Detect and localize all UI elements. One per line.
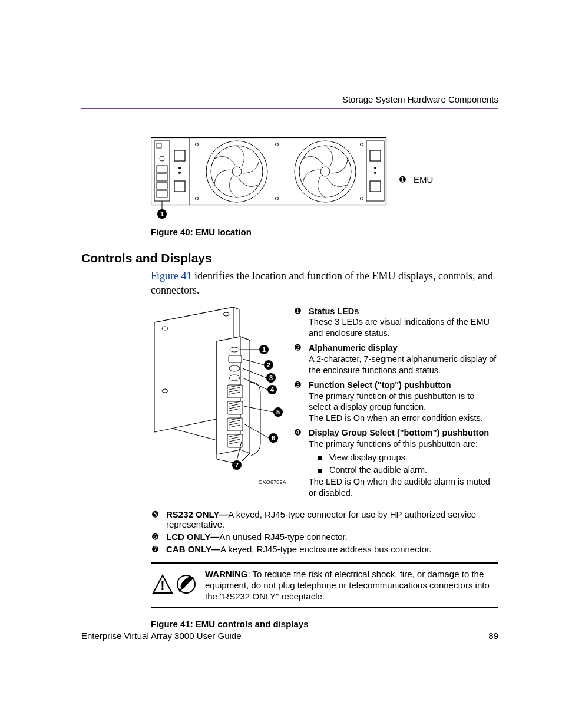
svg-point-47: [229, 375, 240, 381]
svg-text:3: 3: [269, 374, 273, 381]
legend-num-2: ➋: [293, 342, 302, 353]
warning-triangle-icon: !: [152, 574, 173, 596]
legend-4-bullet-2: Control the audible alarm.: [329, 465, 427, 476]
legend-num-6: ➏: [151, 532, 159, 542]
legend-title-6: LCD ONLY—: [166, 532, 219, 542]
figure-40-key-num: ➊: [398, 174, 406, 185]
running-header: Storage System Hardware Components: [81, 94, 498, 108]
footer-title: Enterprise Virtual Array 3000 User Guide: [81, 631, 242, 641]
svg-text:1: 1: [262, 346, 266, 353]
legend-num-5: ➎: [151, 509, 159, 519]
no-telephone-icon: [176, 574, 197, 596]
legend-desc-7: A keyed, RJ45-type enclosure address bus…: [220, 544, 432, 554]
header-rule: [81, 108, 498, 109]
legend-desc-4: The primary functions of this pushbutton…: [309, 439, 478, 449]
svg-text:5: 5: [276, 409, 280, 416]
svg-point-46: [229, 365, 240, 371]
svg-rect-25: [366, 141, 384, 201]
warning-text: : To reduce the risk of electrical shock…: [205, 569, 490, 601]
warning-box: ! WARNING: To reduce the risk of electri…: [151, 562, 498, 608]
legend-title-7: CAB ONLY—: [166, 544, 220, 554]
svg-point-11: [178, 172, 181, 174]
figure-40-diagram: 1: [151, 137, 388, 221]
legend-title-4: Display Group Select ("bottom") pushbutt…: [309, 428, 489, 437]
legend-title-2: Alphanumeric display: [309, 343, 398, 353]
svg-rect-53: [227, 401, 243, 414]
svg-point-37: [162, 327, 168, 330]
legend-desc-6: An unused RJ45-type connector.: [219, 532, 348, 542]
legend-num-1: ➊: [293, 306, 302, 316]
legend-title-3: Function Select ("top") pushbutton: [309, 380, 451, 390]
page-number: 89: [488, 631, 498, 641]
section-heading: Controls and Displays: [81, 251, 498, 265]
svg-text:!: !: [160, 578, 164, 593]
svg-point-28: [374, 167, 376, 169]
legend-title-5: RS232 ONLY—: [166, 509, 228, 519]
bullet-icon: [318, 452, 322, 463]
svg-rect-45: [229, 355, 242, 363]
figure-41-diagram: 1 2 3 4 5 6 7 CXO6709A: [151, 306, 287, 503]
figure-41-xref[interactable]: Figure 41: [151, 270, 192, 282]
svg-point-29: [374, 172, 376, 174]
figure-40-key-label: EMU: [414, 174, 433, 185]
legend-desc-1: These 3 LEDs are visual indications of t…: [309, 317, 490, 338]
warning-label: WARNING: [205, 569, 248, 579]
legend-4-bullet-1: View display groups.: [329, 452, 408, 463]
legend-num-4: ➍: [293, 427, 302, 437]
svg-point-10: [178, 167, 181, 169]
legend-title-1: Status LEDs: [309, 307, 359, 316]
figure-41-legend-lower: ➎ RS232 ONLY—A keyed, RJ45-type connecto…: [151, 509, 498, 554]
legend-num-7: ➐: [151, 544, 159, 554]
svg-text:1: 1: [160, 210, 164, 218]
svg-text:7: 7: [235, 462, 239, 469]
svg-point-44: [230, 347, 239, 352]
legend-desc-3b: The LED is On when an error condition ex…: [309, 413, 483, 423]
svg-rect-58: [227, 418, 243, 431]
bullet-icon: [318, 465, 322, 476]
diagram-code: CXO6709A: [151, 479, 287, 485]
legend-num-3: ➌: [293, 380, 302, 390]
legend-desc-2: A 2-character, 7-segment alphanumeric di…: [309, 354, 496, 375]
legend-desc-4b: The LED is On when the audible alarm is …: [309, 477, 490, 498]
svg-point-39: [223, 312, 229, 316]
figure-41-legend: ➊ Status LEDs These 3 LEDs are visual in…: [293, 306, 498, 503]
svg-text:6: 6: [272, 434, 275, 442]
svg-text:2: 2: [267, 361, 270, 368]
svg-text:4: 4: [270, 386, 275, 393]
legend-desc-3: The primary function of this pushbutton …: [309, 391, 474, 412]
svg-rect-48: [227, 385, 243, 398]
svg-point-38: [162, 389, 168, 393]
intro-paragraph: Figure 41 identifies the location and fu…: [151, 269, 498, 298]
figure-40-caption: Figure 40: EMU location: [151, 227, 498, 237]
